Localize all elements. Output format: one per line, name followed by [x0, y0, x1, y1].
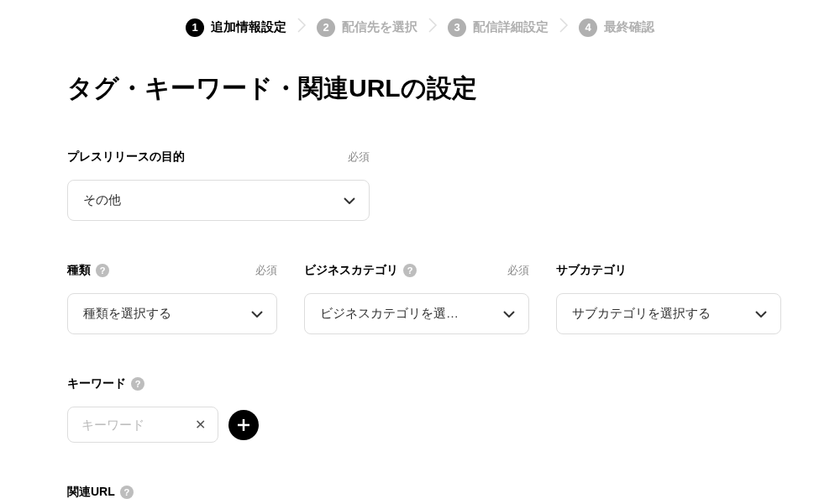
step-3[interactable]: 3 配信詳細設定: [448, 18, 549, 37]
type-label: 種類: [67, 263, 91, 278]
bizcat-label: ビジネスカテゴリ: [304, 263, 398, 278]
bizcat-required: 必須: [507, 263, 529, 278]
help-icon[interactable]: ?: [403, 264, 417, 277]
step-separator: [293, 17, 310, 38]
clear-icon[interactable]: ✕: [191, 416, 209, 434]
chevron-down-icon: [755, 311, 767, 318]
add-keyword-button[interactable]: [228, 410, 259, 440]
type-value: 種類を選択する: [83, 306, 171, 322]
step-separator: [424, 17, 441, 38]
bizcat-value: ビジネスカテゴリを選…: [320, 306, 459, 322]
step-1[interactable]: 1 追加情報設定: [186, 18, 286, 37]
related-url-label: 関連URL: [67, 485, 115, 500]
help-icon[interactable]: ?: [131, 377, 144, 391]
chevron-down-icon: [503, 311, 515, 318]
help-icon[interactable]: ?: [96, 264, 109, 277]
type-required: 必須: [255, 263, 277, 278]
type-select[interactable]: 種類を選択する: [67, 293, 277, 334]
step-2[interactable]: 2 配信先を選択: [317, 18, 417, 37]
step-4[interactable]: 4 最終確認: [579, 18, 654, 37]
page-title: タグ・キーワード・関連URLの設定: [67, 71, 773, 106]
purpose-select[interactable]: その他: [67, 180, 370, 221]
chevron-down-icon: [344, 197, 355, 204]
step-label-1: 追加情報設定: [211, 19, 286, 35]
step-num-3: 3: [448, 18, 466, 37]
subcat-label: サブカテゴリ: [556, 263, 627, 278]
subcat-select[interactable]: サブカテゴリを選択する: [556, 293, 781, 334]
plus-icon: [236, 417, 251, 433]
step-label-3: 配信詳細設定: [473, 19, 549, 35]
purpose-label: プレスリリースの目的: [67, 150, 185, 165]
bizcat-select[interactable]: ビジネスカテゴリを選…: [304, 293, 529, 334]
stepper: 1 追加情報設定 2 配信先を選択 3 配信詳細設定 4 最終確認: [0, 0, 840, 71]
help-icon[interactable]: ?: [120, 486, 134, 499]
step-separator: [555, 17, 572, 38]
step-label-2: 配信先を選択: [342, 19, 417, 35]
step-num-4: 4: [579, 18, 597, 37]
step-num-2: 2: [317, 18, 335, 37]
step-num-1: 1: [186, 18, 204, 37]
purpose-value: その他: [83, 192, 121, 208]
keyword-input[interactable]: [81, 417, 184, 432]
chevron-down-icon: [251, 311, 263, 318]
keyword-label: キーワード: [67, 376, 126, 391]
subcat-value: サブカテゴリを選択する: [572, 306, 711, 322]
keyword-input-wrap: ✕: [67, 407, 218, 443]
purpose-required: 必須: [348, 150, 370, 165]
step-label-4: 最終確認: [604, 19, 654, 35]
